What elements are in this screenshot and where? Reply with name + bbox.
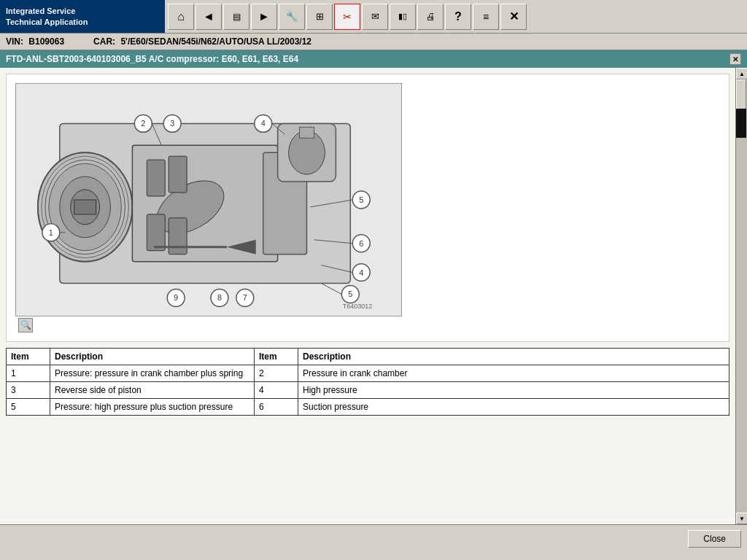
table-header-row: Item Description Item Description <box>7 349 729 365</box>
svg-text:5: 5 <box>348 289 352 298</box>
svg-text:1: 1 <box>49 228 53 237</box>
table-row: 3 Reverse side of piston 4 High pressure <box>7 382 729 399</box>
scroll-track[interactable] <box>736 79 747 513</box>
desc2-cell: Pressure in crank chamber <box>298 365 729 382</box>
desc2-cell: High pressure <box>298 382 729 399</box>
scrollbar[interactable]: ▲ ▼ <box>735 68 747 524</box>
col-desc2-header: Description <box>298 349 729 365</box>
vin-value: B109063 <box>28 36 64 47</box>
app-title-line1: Integrated Service <box>6 6 88 16</box>
highlight-button[interactable]: ✂ <box>334 4 360 30</box>
forward-button[interactable]: ► <box>251 4 277 30</box>
item2-cell: 6 <box>255 399 298 416</box>
col-item1-header: Item <box>7 349 50 365</box>
scroll-thumb-dark <box>736 109 746 138</box>
svg-rect-19 <box>300 127 314 138</box>
svg-text:6: 6 <box>359 239 363 248</box>
svg-text:8: 8 <box>217 293 222 302</box>
car-label: CAR: <box>93 36 115 47</box>
svg-text:7: 7 <box>243 293 247 302</box>
vin-bar: VIN: B109063 CAR: 5'/E60/SEDAN/545i/N62/… <box>0 34 747 50</box>
svg-rect-14 <box>169 156 187 192</box>
window-close-button[interactable]: ✕ <box>500 4 527 30</box>
pages-button[interactable]: ▤ <box>223 4 249 30</box>
desc2-cell: Suction pressure <box>298 399 729 416</box>
svg-text:3: 3 <box>170 119 174 128</box>
help-button[interactable]: ? <box>445 4 471 30</box>
svg-text:9: 9 <box>174 293 178 302</box>
doc-title: FTD-ANL-SBT2003-640103006_B5 A/C compres… <box>6 54 298 64</box>
list-button[interactable]: ≡ <box>473 4 499 30</box>
bottom-bar: Close <box>0 524 747 552</box>
svg-text:2: 2 <box>141 119 145 128</box>
data-table: Item Description Item Description 1 Pres… <box>6 348 729 416</box>
svg-text:5: 5 <box>359 195 363 204</box>
vin-label: VIN: <box>6 36 23 47</box>
table-row: 1 Pressure: pressure in crank chamber pl… <box>7 365 729 382</box>
image-footer: 🔍 <box>15 318 720 332</box>
mail-button[interactable]: ✉ <box>362 4 388 30</box>
svg-text:4: 4 <box>359 268 363 277</box>
svg-text:T6403012: T6403012 <box>343 303 372 310</box>
compressor-diagram: 1 2 3 4 5 <box>15 83 402 316</box>
scroll-down-button[interactable]: ▼ <box>736 513 747 524</box>
col-desc1-header: Description <box>50 349 255 365</box>
table-body: 1 Pressure: pressure in crank chamber pl… <box>7 365 729 416</box>
item1-cell: 3 <box>7 382 50 399</box>
grid-button[interactable]: ⊞ <box>306 4 333 30</box>
print-button[interactable]: 🖨 <box>417 4 444 30</box>
image-section: 1 2 3 4 5 <box>6 74 729 342</box>
svg-rect-15 <box>147 214 165 251</box>
svg-rect-13 <box>147 160 165 196</box>
item2-cell: 2 <box>255 365 298 382</box>
back-button[interactable]: ◄ <box>196 4 222 30</box>
desc1-cell: Reverse side of piston <box>50 382 255 399</box>
col-item2-header: Item <box>255 349 298 365</box>
battery-button[interactable]: ▮▯ <box>390 4 416 30</box>
item2-cell: 4 <box>255 382 298 399</box>
tools-button[interactable]: 🔧 <box>279 4 305 30</box>
desc1-cell: Pressure: high pressure plus suction pre… <box>50 399 255 416</box>
toolbar: Integrated Service Technical Application… <box>0 0 747 34</box>
svg-text:4: 4 <box>261 119 266 128</box>
close-button[interactable]: Close <box>688 530 741 548</box>
svg-rect-16 <box>169 218 187 254</box>
table-row: 5 Pressure: high pressure plus suction p… <box>7 399 729 416</box>
app-title-line2: Technical Application <box>6 17 88 27</box>
doc-close-button[interactable]: ✕ <box>729 53 741 65</box>
home-button[interactable]: ⌂ <box>168 4 194 30</box>
main-content: 1 2 3 4 5 <box>0 68 747 524</box>
svg-rect-9 <box>74 200 96 214</box>
doc-titlebar: FTD-ANL-SBT2003-640103006_B5 A/C compres… <box>0 50 747 68</box>
item1-cell: 5 <box>7 399 50 416</box>
content-area: 1 2 3 4 5 <box>0 68 735 524</box>
car-value: 5'/E60/SEDAN/545i/N62/AUTO/USA LL/2003/1… <box>120 36 311 47</box>
desc1-cell: Pressure: pressure in crank chamber plus… <box>50 365 255 382</box>
toolbar-buttons: ⌂ ◄ ▤ ► 🔧 ⊞ ✂ ✉ ▮▯ 🖨 ? ≡ ✕ <box>165 0 747 33</box>
scroll-up-button[interactable]: ▲ <box>736 68 747 79</box>
zoom-button[interactable]: 🔍 <box>18 318 33 332</box>
app-title: Integrated Service Technical Application <box>0 0 165 33</box>
item1-cell: 1 <box>7 365 50 382</box>
